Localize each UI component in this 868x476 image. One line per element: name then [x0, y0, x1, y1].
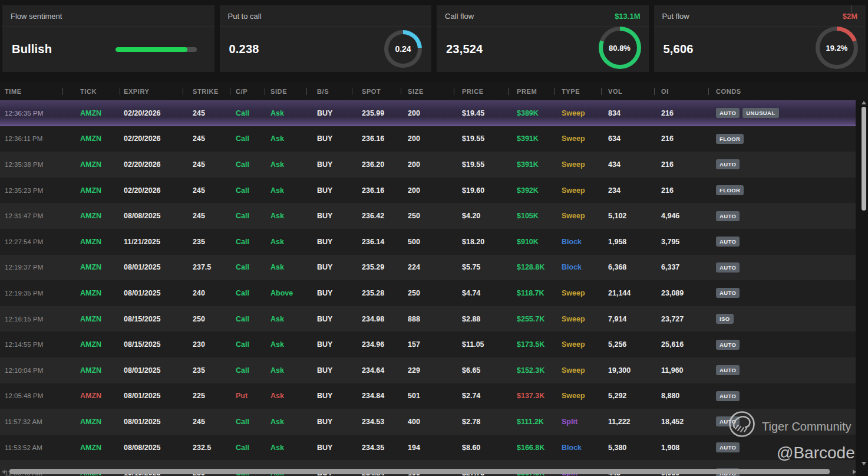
table-row[interactable]: 12:36:11 PMAMZN02/20/2026245CallAskBUY23…: [0, 126, 856, 152]
cell-type: Block: [554, 263, 601, 271]
cell-size: 888: [401, 315, 454, 323]
cell-bs: BUY: [306, 238, 352, 246]
column-header-bs[interactable]: B/S: [306, 83, 352, 100]
table-row[interactable]: 12:19:37 PMAMZN08/01/2025237.5CallAskBUY…: [0, 255, 856, 281]
cell-vol: 1,958: [601, 238, 654, 246]
table-row[interactable]: 12:35:38 PMAMZN02/20/2026245CallAskBUY23…: [0, 152, 856, 178]
cell-price: $2.78: [454, 418, 508, 426]
cell-expiry: 08/01/2025: [120, 392, 183, 400]
cell-bs: BUY: [306, 315, 352, 323]
table-row[interactable]: 11:57:32 AMAMZN08/01/2025245CallAskBUY23…: [0, 409, 856, 435]
column-header-price[interactable]: PRICE: [454, 83, 508, 100]
cell-tick: AMZN: [62, 289, 120, 297]
table-row[interactable]: 12:19:35 PMAMZN08/01/2025240CallAboveBUY…: [0, 280, 856, 306]
column-header-prem[interactable]: PREM: [508, 83, 554, 100]
cell-price: $4.20: [454, 212, 508, 220]
column-header-vol[interactable]: VOL: [601, 83, 654, 100]
cond-badge: AUTO: [716, 340, 740, 350]
cell-vol: 19,300: [601, 366, 654, 375]
put-flow-card: Put flow $2M 5,606 19.2%: [654, 5, 866, 72]
cell-vol: 7,914: [601, 315, 654, 323]
cond-badge: FLOOR: [716, 185, 744, 195]
cell-size: 250: [401, 212, 454, 220]
column-header-oi[interactable]: OI: [654, 83, 708, 100]
horizontal-scrollbar-thumb[interactable]: [9, 469, 830, 474]
table-row[interactable]: 12:36:35 PMAMZN02/20/2026245CallAskBUY23…: [0, 100, 856, 126]
cell-time: 12:31:47 PM: [0, 212, 62, 219]
vertical-scrollbar-thumb[interactable]: [862, 107, 866, 211]
cell-oi: 25,616: [654, 340, 708, 349]
table-row[interactable]: 12:14:55 PMAMZN08/15/2025230CallAskBUY23…: [0, 331, 856, 357]
cell-time: 12:35:38 PM: [0, 161, 62, 168]
column-header-strike[interactable]: STRIKE: [183, 83, 230, 100]
cell-bs: BUY: [306, 392, 352, 400]
cell-conds: AUTO: [708, 365, 856, 375]
cell-tick: AMZN: [62, 160, 120, 169]
cell-price: $2.88: [454, 315, 508, 323]
put-to-call-gauge: 0.24: [384, 30, 422, 68]
cell-cp: Call: [230, 289, 265, 297]
expiry-date: 08/01/2025: [124, 263, 161, 271]
cond-badge: FLOOR: [716, 134, 744, 144]
cell-price: $8.60: [454, 444, 508, 452]
cell-strike: 240: [183, 289, 230, 297]
column-header-time[interactable]: TIME: [0, 83, 62, 100]
cell-prem: $391K: [508, 160, 554, 169]
cell-bs: BUY: [306, 366, 352, 375]
scroll-up-arrow-icon[interactable]: [862, 101, 866, 104]
cell-tick: AMZN: [62, 315, 120, 323]
cell-size: 224: [401, 263, 454, 271]
cell-oi: 8,880: [654, 392, 708, 400]
cond-badge: AUTO: [716, 108, 740, 118]
table-row[interactable]: 12:05:48 PMAMZN08/01/2025225PutAskBUY234…: [0, 383, 856, 409]
scroll-left-arrow-icon[interactable]: [2, 470, 5, 474]
call-flow-gauge: 80.8%: [599, 27, 641, 69]
cell-cp: Call: [230, 315, 265, 323]
table-row[interactable]: 11:53:52 AMAMZN08/08/2025232.5CallAskBUY…: [0, 435, 856, 461]
table-row[interactable]: 12:16:15 PMAMZN08/15/2025250CallAskBUY23…: [0, 306, 856, 332]
cell-bs: BUY: [306, 109, 352, 117]
cell-strike: 232.5: [183, 444, 230, 452]
cell-strike: 245: [183, 109, 230, 117]
table-row[interactable]: 12:31:47 PMAMZN08/08/2025245CallAskBUY23…: [0, 203, 856, 229]
cell-bs: BUY: [306, 263, 352, 271]
table-row[interactable]: 12:10:04 PMAMZN08/01/2025235CallAskBUY23…: [0, 357, 856, 383]
cell-conds: AUTO: [708, 391, 856, 401]
cell-tick: AMZN: [62, 418, 120, 426]
cell-type: Sweep: [554, 392, 601, 400]
column-header-size[interactable]: SIZE: [401, 83, 454, 100]
put-flow-label: Put flow: [662, 12, 689, 21]
flow-sentiment-card: Flow sentiment Bullish: [2, 5, 214, 72]
cell-cp: Put: [230, 392, 265, 400]
cell-prem: $128.8K: [508, 263, 554, 271]
cell-cp: Call: [230, 366, 265, 375]
table-row[interactable]: 12:35:23 PMAMZN02/20/2026245CallAskBUY23…: [0, 178, 856, 203]
expiry-date: 02/20/2026: [124, 160, 161, 169]
expiry-date: 08/01/2025: [124, 392, 161, 400]
cell-spot: 236.16: [352, 134, 401, 143]
cell-type: Block: [554, 444, 601, 452]
cell-vol: 5,380: [601, 444, 654, 452]
cell-strike: 237.5: [183, 263, 230, 271]
column-header-cp[interactable]: C/P: [230, 83, 265, 100]
column-header-spot[interactable]: SPOT: [352, 83, 401, 100]
cell-side: Ask: [265, 212, 306, 220]
put-flow-amount: $2M: [843, 12, 857, 21]
cell-oi: 6,337: [654, 263, 708, 271]
cell-size: 200: [401, 109, 454, 117]
column-header-conds[interactable]: CONDS: [708, 83, 868, 100]
cell-side: Ask: [265, 160, 306, 169]
table-row[interactable]: 12:27:54 PMAMZN11/21/2025235CallAskBUY23…: [0, 229, 856, 255]
column-header-expiry[interactable]: EXPIRY: [120, 83, 183, 100]
column-header-tick[interactable]: TICK: [62, 83, 120, 100]
cell-expiry: 08/08/2025: [120, 444, 183, 452]
column-header-side[interactable]: SIDE: [265, 83, 306, 100]
cell-price: $6.65: [454, 366, 508, 375]
cell-vol: 634: [601, 134, 654, 143]
cell-strike: 245: [183, 186, 230, 195]
cell-tick: AMZN: [62, 366, 120, 375]
column-header-type[interactable]: TYPE: [554, 83, 601, 100]
scroll-down-arrow-icon[interactable]: [862, 462, 866, 465]
cell-type: Sweep: [554, 212, 601, 220]
scroll-right-arrow-icon[interactable]: [853, 470, 856, 474]
